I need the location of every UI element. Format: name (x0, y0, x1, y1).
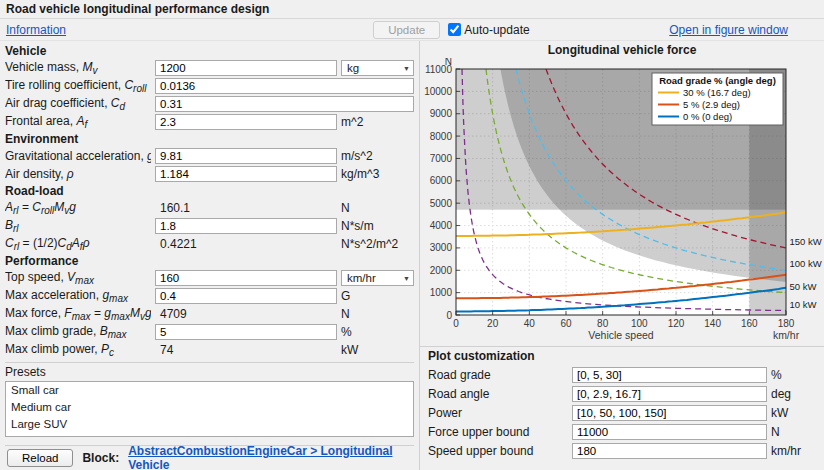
svg-text:5 % (2.9 deg): 5 % (2.9 deg) (683, 99, 740, 110)
dropdown-value-vehicle-mass: kg (347, 62, 359, 74)
label-frontal-area: Frontal area, Af (5, 114, 151, 130)
parameter-panel: VehicleVehicle mass, Mvkg▼Tire rolling c… (0, 41, 420, 470)
svg-text:0: 0 (446, 310, 452, 321)
toolbar: Information Update Auto-update Open in f… (0, 19, 824, 41)
input-vehicle-mass[interactable] (155, 60, 337, 76)
unit-max-acceleration: G (341, 289, 414, 303)
unit-power: kW (771, 406, 824, 420)
presets-list[interactable]: Small carMedium carLarge SUV (5, 381, 414, 437)
main-area: VehicleVehicle mass, Mvkg▼Tire rolling c… (0, 41, 824, 470)
unit-max-climb-grade: % (341, 325, 414, 339)
unit-road-grade: % (771, 368, 824, 382)
unit-gravitational-acceleration: m/s^2 (341, 149, 414, 163)
open-figure-link[interactable]: Open in figure window (669, 23, 788, 37)
pc-row-force-upper-bound: Force upper boundN (420, 422, 824, 441)
plot-customization-title: Plot customization (420, 347, 824, 365)
input-max-acceleration[interactable] (155, 288, 337, 304)
svg-text:20: 20 (487, 318, 499, 329)
svg-text:8000: 8000 (430, 131, 453, 142)
section-vehicle: Vehicle (5, 43, 414, 59)
dropdown-top-speed[interactable]: km/hr▼ (341, 270, 414, 286)
unit-b-rl: N*s/m (341, 219, 414, 233)
label-top-speed: Top speed, Vmax (5, 270, 151, 286)
input-road-grade[interactable] (572, 367, 767, 383)
input-air-density[interactable] (155, 166, 337, 182)
auto-update-checkbox[interactable] (448, 23, 461, 36)
input-b-rl[interactable] (155, 218, 337, 234)
svg-text:6000: 6000 (430, 175, 453, 186)
svg-text:180: 180 (778, 318, 795, 329)
svg-text:0: 0 (453, 318, 459, 329)
section-environment: Environment (5, 131, 414, 147)
unit-speed-upper-bound: km/hr (771, 444, 824, 458)
svg-text:60: 60 (560, 318, 572, 329)
form-row-air-drag-coefficient: Air drag coefficient, Cd (5, 95, 414, 113)
block-link[interactable]: AbstractCombustionEngineCar > Longitudin… (128, 444, 412, 470)
pc-row-power: PowerkW (420, 403, 824, 422)
preset-item-1[interactable]: Medium car (6, 399, 413, 416)
unit-c-rl: N*s^2/m^2 (341, 237, 414, 251)
form-row-top-speed: Top speed, Vmaxkm/hr▼ (5, 269, 414, 287)
label-max-force: Max force, Fmax = gmaxMvg (5, 306, 151, 322)
label-speed-upper-bound: Speed upper bound (428, 444, 568, 458)
form-row-a-rl: Arl = CrollMvg160.1N (5, 199, 414, 217)
unit-force-upper-bound: N (771, 425, 824, 439)
value-max-force: 4709 (155, 307, 337, 321)
update-button[interactable]: Update (373, 21, 440, 39)
unit-max-climb-power: kW (341, 343, 414, 357)
input-force-upper-bound[interactable] (572, 424, 767, 440)
svg-text:150 kW: 150 kW (790, 236, 822, 247)
input-air-drag-coefficient[interactable] (155, 96, 414, 112)
input-speed-upper-bound[interactable] (572, 443, 767, 459)
form-row-max-climb-power: Max climb power, Pc74kW (5, 341, 414, 359)
svg-text:N: N (445, 58, 452, 67)
preset-item-2[interactable]: Large SUV (6, 416, 413, 433)
form-row-frontal-area: Frontal area, Afm^2 (5, 113, 414, 131)
section-performance: Performance (5, 253, 414, 269)
svg-text:3000: 3000 (430, 242, 453, 253)
form-row-max-climb-grade: Max climb grade, Bmax% (5, 323, 414, 341)
input-top-speed[interactable] (155, 270, 337, 286)
section-road-load: Road-load (5, 183, 414, 199)
unit-a-rl: N (341, 201, 414, 215)
svg-text:10000: 10000 (424, 86, 452, 97)
input-tire-rolling-coefficient[interactable] (155, 78, 414, 94)
svg-text:9000: 9000 (430, 108, 453, 119)
presets-section: Presets Small carMedium carLarge SUV (5, 362, 414, 437)
input-frontal-area[interactable] (155, 114, 337, 130)
plot-customization-section: Plot customization Road grade%Road angle… (420, 346, 824, 470)
dropdown-vehicle-mass[interactable]: kg▼ (341, 60, 414, 76)
dropdown-value-top-speed: km/hr (347, 272, 376, 284)
input-gravitational-acceleration[interactable] (155, 148, 337, 164)
label-power: Power (428, 406, 568, 420)
form-row-vehicle-mass: Vehicle mass, Mvkg▼ (5, 59, 414, 77)
svg-text:4000: 4000 (430, 220, 453, 231)
label-max-climb-grade: Max climb grade, Bmax (5, 324, 151, 340)
svg-text:80: 80 (597, 318, 609, 329)
preset-item-0[interactable]: Small car (6, 382, 413, 399)
svg-text:140: 140 (704, 318, 721, 329)
chevron-down-icon: ▼ (403, 65, 410, 72)
information-link[interactable]: Information (6, 23, 66, 37)
svg-text:7000: 7000 (430, 153, 453, 164)
svg-text:100: 100 (631, 318, 648, 329)
svg-text:40: 40 (524, 318, 536, 329)
form-row-b-rl: BrlN*s/m (5, 217, 414, 235)
svg-text:50 kW: 50 kW (790, 281, 817, 292)
input-power[interactable] (572, 405, 767, 421)
form-row-air-density: Air density, ρkg/m^3 (5, 165, 414, 183)
svg-text:160: 160 (741, 318, 758, 329)
label-air-density: Air density, ρ (5, 167, 151, 181)
value-c-rl: 0.4221 (155, 237, 337, 251)
input-max-climb-grade[interactable] (155, 324, 337, 340)
input-road-angle[interactable] (572, 386, 767, 402)
pc-row-road-angle: Road angledeg (420, 384, 824, 403)
chart-title: Longitudinal vehicle force (420, 41, 824, 58)
svg-text:Vehicle speed: Vehicle speed (588, 329, 654, 341)
unit-frontal-area: m^2 (341, 115, 414, 129)
pc-row-speed-upper-bound: Speed upper boundkm/hr (420, 441, 824, 460)
unit-road-angle: deg (771, 387, 824, 401)
svg-text:5000: 5000 (430, 198, 453, 209)
reload-button[interactable]: Reload (7, 449, 73, 467)
label-c-rl: Crl = (1/2)CdAfρ (5, 236, 151, 252)
